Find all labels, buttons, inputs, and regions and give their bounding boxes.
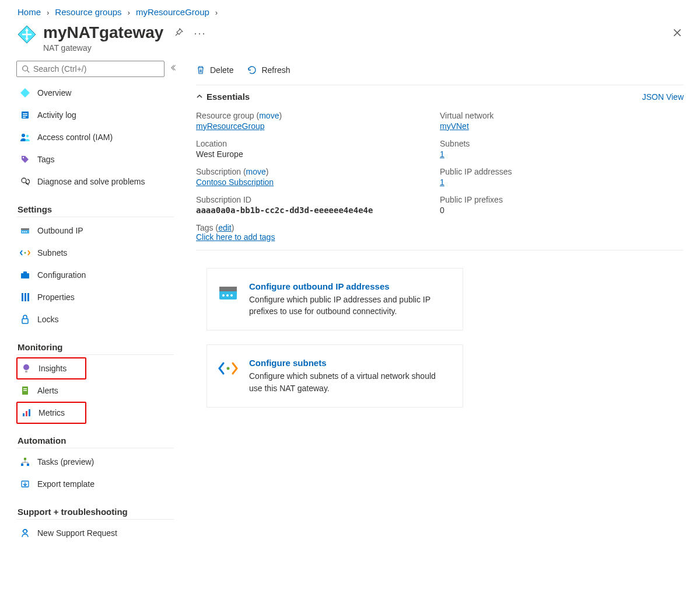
sidebar-item-activity-log[interactable]: Activity log (16, 104, 178, 126)
svg-rect-9 (23, 117, 26, 118)
sidebar-item-locks[interactable]: Locks (16, 308, 178, 330)
field-public-ip-prefixes: Public IP prefixes 0 (440, 195, 684, 215)
breadcrumb-resource-groups[interactable]: Resource groups (55, 7, 121, 17)
svg-rect-27 (25, 371, 27, 372)
sidebar-item-diagnose[interactable]: Diagnose and solve problems (16, 170, 178, 193)
tags-label: Tags (196, 223, 214, 232)
field-subscription: Subscription (move) Contoso Subscription (196, 167, 440, 187)
subnets-card-icon (218, 358, 239, 379)
svg-rect-40 (219, 287, 237, 291)
svg-rect-32 (26, 411, 27, 416)
subscription-id-value: aaaa0a0a-bb1b-cc2c-dd3d-eeeeee4e4e4e (196, 206, 440, 215)
diagnose-icon (20, 176, 30, 187)
support-icon (20, 528, 30, 538)
divider (16, 519, 174, 520)
card-title: Configure outbound IP addresses (249, 281, 450, 291)
refresh-label: Refresh (261, 65, 290, 75)
resource-group-link[interactable]: myResourceGroup (196, 121, 265, 131)
toolbar: Delete Refresh (196, 56, 684, 85)
svg-point-11 (26, 135, 29, 137)
sidebar-item-label: Overview (37, 88, 71, 97)
divider (16, 448, 174, 448)
subscription-link[interactable]: Contoso Subscription (196, 177, 274, 187)
svg-point-16 (22, 231, 23, 232)
breadcrumb-my-resource-group[interactable]: myResourceGroup (136, 7, 209, 17)
chevron-up-icon[interactable] (196, 92, 203, 102)
location-value: West Europe (196, 149, 440, 159)
tags-icon (20, 154, 30, 165)
refresh-icon (247, 65, 257, 75)
card-desc: Configure which subnets of a virtual net… (249, 370, 450, 394)
subscription-label: Subscription (196, 167, 241, 176)
edit-tags-link[interactable]: edit (218, 223, 232, 232)
sidebar-item-overview[interactable]: Overview (16, 82, 178, 104)
sidebar-item-tags[interactable]: Tags (16, 148, 178, 170)
sidebar-item-alerts[interactable]: Alerts (16, 379, 178, 402)
sidebar-item-export-template[interactable]: Export template (16, 473, 178, 495)
json-view-link[interactable]: JSON View (642, 92, 684, 102)
sidebar-item-configuration[interactable]: Configuration (16, 264, 178, 286)
card-configure-subnets[interactable]: Configure subnets Configure which subnet… (206, 344, 463, 408)
configuration-icon (20, 270, 30, 280)
sidebar-item-metrics[interactable]: Metrics (18, 403, 85, 423)
delete-button[interactable]: Delete (196, 65, 233, 75)
sidebar-item-subnets[interactable]: Subnets (16, 242, 178, 264)
add-tags-link[interactable]: Click here to add tags (196, 232, 275, 242)
metrics-icon (21, 408, 32, 418)
close-icon[interactable] (672, 30, 682, 40)
subnets-icon (20, 248, 30, 258)
field-public-ip: Public IP addresses 1 (440, 167, 684, 187)
activity-log-icon (20, 110, 30, 120)
svg-rect-30 (23, 390, 27, 391)
more-icon[interactable]: ··· (194, 27, 206, 40)
sidebar-item-label: Access control (IAM) (37, 133, 113, 142)
sidebar-item-label: Insights (38, 364, 66, 373)
svg-rect-33 (29, 409, 30, 416)
sidebar-item-properties[interactable]: Properties (16, 286, 178, 308)
public-ip-label: Public IP addresses (440, 167, 684, 176)
svg-point-17 (24, 231, 25, 232)
svg-point-26 (23, 364, 29, 370)
collapse-sidebar-icon[interactable] (170, 64, 178, 74)
search-input[interactable] (16, 61, 164, 77)
subnets-link[interactable]: 1 (440, 149, 444, 159)
sidebar-item-insights[interactable]: Insights (18, 358, 85, 378)
field-tags: Tags (edit) Click here to add tags (196, 223, 684, 250)
search-icon (22, 65, 30, 73)
refresh-button[interactable]: Refresh (247, 65, 290, 75)
pin-icon[interactable] (174, 28, 183, 39)
sidebar-section-settings: Settings (18, 204, 178, 214)
move-subscription-link[interactable]: move (246, 167, 266, 176)
svg-rect-21 (23, 271, 27, 274)
sidebar-item-label: New Support Request (37, 528, 117, 538)
card-configure-outbound-ip[interactable]: Configure outbound IP addresses Configur… (206, 268, 463, 331)
sidebar-item-access-control[interactable]: Access control (IAM) (16, 126, 178, 148)
breadcrumb-home[interactable]: Home (18, 7, 41, 17)
public-ip-prefixes-value: 0 (440, 206, 684, 215)
svg-point-13 (22, 178, 26, 183)
sidebar: Overview Activity log Access control (IA… (0, 56, 178, 556)
delete-label: Delete (210, 65, 233, 75)
sidebar-item-outbound-ip[interactable]: Outbound IP (16, 220, 178, 242)
vnet-link[interactable]: myVNet (440, 121, 469, 131)
svg-rect-20 (21, 273, 29, 278)
public-ip-link[interactable]: 1 (440, 177, 444, 187)
sidebar-item-tasks[interactable]: Tasks (preview) (16, 451, 178, 473)
move-resource-group-link[interactable]: move (259, 111, 279, 120)
svg-rect-25 (22, 319, 28, 323)
field-vnet: Virtual network myVNet (440, 111, 684, 131)
chevron-right-icon: › (47, 9, 49, 17)
field-subscription-id: Subscription ID aaaa0a0a-bb1b-cc2c-dd3d-… (196, 195, 440, 215)
svg-marker-5 (20, 88, 30, 97)
access-control-icon (20, 132, 30, 142)
sidebar-item-label: Properties (37, 292, 75, 302)
svg-point-42 (226, 294, 229, 297)
highlight-metrics: Metrics (16, 402, 86, 424)
svg-rect-15 (21, 228, 29, 230)
nat-gateway-resource-icon (16, 24, 37, 45)
svg-point-43 (230, 294, 233, 297)
svg-rect-24 (27, 293, 29, 301)
sidebar-item-label: Metrics (38, 408, 65, 417)
sidebar-item-new-support[interactable]: New Support Request (16, 522, 178, 544)
svg-rect-31 (23, 413, 24, 416)
